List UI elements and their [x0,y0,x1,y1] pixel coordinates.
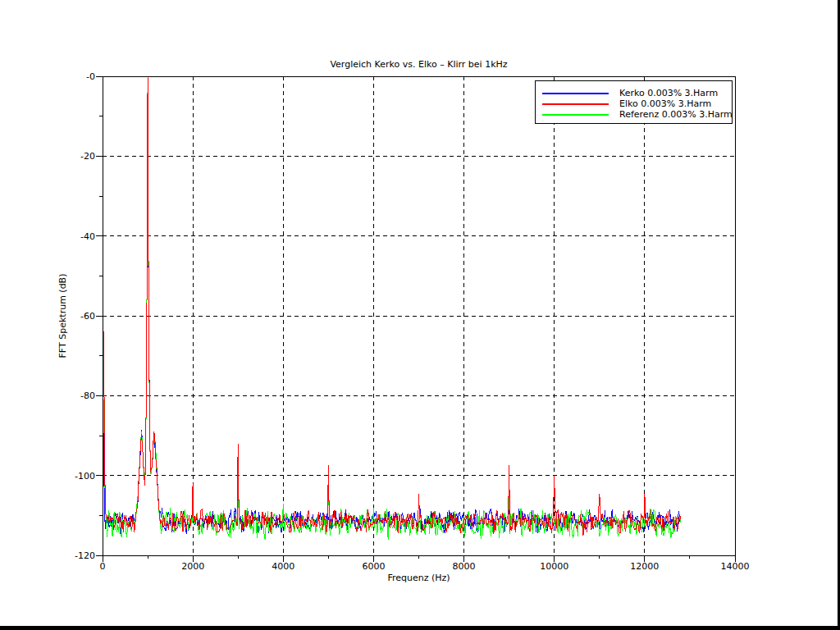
x-axis-label: Frequenz (Hz) [103,573,735,583]
legend-label-kerko: Kerko 0.003% 3.Harm [619,88,718,98]
x-tick-label-14000: 14000 [721,561,750,572]
y-tick-label--60: -60 [80,311,95,322]
legend-line-sample-referenz [542,114,609,116]
legend-line-sample-elko [542,103,609,105]
legend-box: Kerko 0.003% 3.Harm Elko 0.003% 3.Harm R… [535,80,733,124]
x-tick-label-2000: 2000 [181,561,204,572]
x-tick-label-12000: 12000 [630,561,659,572]
legend-entry-referenz: Referenz 0.003% 3.Harm [536,109,732,120]
x-tick-label-8000: 8000 [453,561,476,572]
plot-frame [103,76,735,555]
legend-label-referenz: Referenz 0.003% 3.Harm [619,109,733,120]
legend-entry-kerko: Kerko 0.003% 3.Harm [536,88,732,98]
y-tick-label--120: -120 [75,550,95,561]
y-tick-label--0: -0 [86,71,95,82]
y-tick-label--40: -40 [80,231,95,242]
legend-entry-elko: Elko 0.003% 3.Harm [536,98,732,109]
plot-window: 02000400060008000100001200014000-0-20-40… [0,0,840,630]
series-line-elko [103,78,681,536]
x-tick-label-4000: 4000 [272,561,294,572]
x-tick-label-0: 0 [100,561,106,572]
series-line-kerko [103,76,681,534]
y-tick-label--100: -100 [75,471,95,482]
series-line-referenz [103,76,681,540]
window-bottom-border [0,626,840,630]
chart-title: Vergleich Kerko vs. Elko – Klirr bei 1kH… [103,59,735,70]
x-tick-label-6000: 6000 [362,561,385,572]
legend-label-elko: Elko 0.003% 3.Harm [619,98,711,109]
x-tick-label-10000: 10000 [540,561,568,572]
y-tick-label--80: -80 [80,390,95,401]
y-tick-label--20: -20 [80,151,95,162]
legend-line-sample-kerko [542,93,609,94]
y-axis-label: FFT Spektrum (dB) [57,274,68,358]
